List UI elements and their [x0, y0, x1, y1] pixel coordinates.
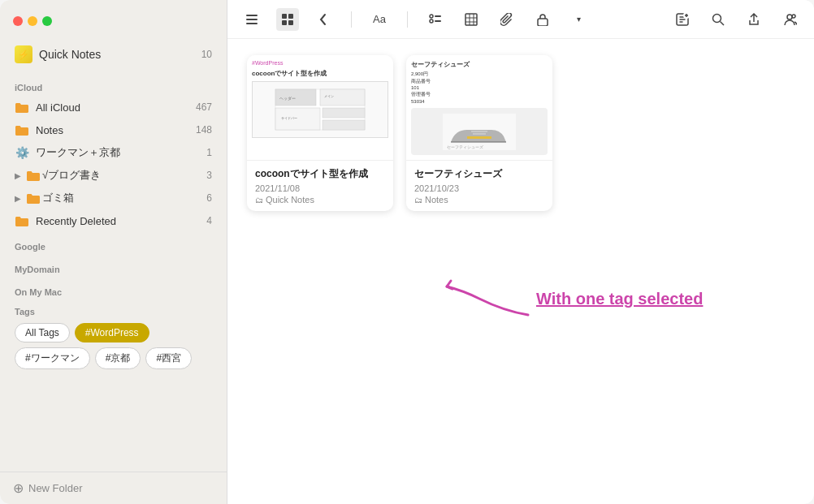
svg-point-9 [430, 19, 433, 23]
svg-rect-35 [467, 136, 491, 139]
annotation-text: With one tag selected [536, 290, 703, 308]
sidebar-item-trash[interactable]: ▶ ゴミ箱 6 [6, 187, 220, 209]
traffic-lights [13, 16, 52, 26]
notes-area: #WordPress cocoonでサイト型を作成 ヘ [227, 39, 814, 504]
svg-rect-0 [246, 15, 258, 16]
note-title-cocoon: cocoonでサイト型を作成 [255, 167, 385, 181]
sidebar-item-recently-deleted[interactable]: Recently Deleted 4 [6, 209, 220, 232]
workman-label: ワークマン＋京都 [36, 145, 120, 160]
sidebar-item-notes[interactable]: Notes 148 [6, 118, 220, 141]
new-note-button[interactable] [671, 8, 694, 31]
google-section-header: Google [6, 232, 220, 255]
grid-view-button[interactable] [276, 8, 299, 31]
tag-kyoto[interactable]: #京都 [95, 347, 141, 369]
tag-all-tags[interactable]: All Tags [15, 323, 70, 342]
lock-button[interactable] [531, 8, 554, 31]
checklist-button[interactable] [424, 8, 447, 31]
svg-rect-1 [246, 19, 258, 20]
all-icloud-label: All iCloud [36, 101, 80, 114]
close-button[interactable] [13, 16, 23, 26]
chevron-right-icon: ▶ [15, 171, 21, 180]
svg-rect-6 [288, 20, 293, 25]
svg-rect-2 [246, 23, 258, 24]
quick-notes-count: 10 [201, 49, 212, 60]
svg-point-24 [792, 15, 795, 18]
tag-wordpress[interactable]: #WordPress [75, 323, 149, 342]
folder-icon-trash [26, 191, 41, 205]
blog-count: 3 [206, 170, 212, 181]
lock-dropdown-button[interactable]: ▾ [567, 8, 590, 31]
search-button[interactable] [707, 8, 730, 31]
people-button[interactable] [778, 8, 801, 31]
gear-icon-workman: ⚙️ [15, 145, 29, 160]
svg-rect-30 [323, 120, 365, 130]
tag-workman[interactable]: #ワークマン [15, 347, 90, 369]
sidebar-content: ⚡ Quick Notes 10 iCloud All iCloud 467 [0, 39, 227, 472]
svg-point-21 [713, 14, 721, 22]
sidebar-item-all-icloud[interactable]: All iCloud 467 [6, 96, 220, 118]
svg-text:メイン: メイン [324, 94, 334, 98]
all-icloud-count: 467 [196, 101, 212, 113]
svg-text:サイドバー: サイドバー [281, 116, 297, 120]
quick-notes-icon: ⚡ [15, 45, 32, 63]
note-folder-name-shoes: Notes [425, 195, 448, 205]
attachment-button[interactable] [496, 8, 518, 31]
svg-line-22 [721, 21, 725, 25]
mydomain-section-header: MyDomain [6, 255, 220, 278]
svg-rect-10 [435, 20, 441, 22]
tags-row-2: #ワークマン #京都 #西宮 [15, 347, 212, 369]
folder-icon [15, 100, 29, 114]
sidebar: ⚡ Quick Notes 10 iCloud All iCloud 467 [0, 0, 227, 504]
table-button[interactable] [460, 8, 483, 31]
quick-notes-label: Quick Notes [39, 48, 101, 61]
svg-text:ヘッダー: ヘッダー [279, 96, 296, 101]
recently-deleted-label: Recently Deleted [36, 215, 116, 227]
list-view-button[interactable] [240, 8, 263, 31]
workman-count: 1 [206, 147, 212, 158]
svg-rect-16 [538, 19, 548, 26]
window-controls [0, 0, 227, 39]
tag-nishinomiya[interactable]: #西宮 [145, 347, 192, 369]
chevron-right-icon-2: ▶ [15, 194, 21, 203]
new-folder-button[interactable]: ⊕ New Folder [0, 472, 227, 504]
note-card-cocoon[interactable]: #WordPress cocoonでサイト型を作成 ヘ [247, 55, 393, 211]
back-button[interactable] [312, 8, 335, 31]
tags-section-header: Tags [15, 307, 212, 317]
share-button[interactable] [743, 8, 765, 31]
toolbar-separator-1 [351, 11, 352, 28]
folder-icon-small-2: 🗂 [414, 196, 422, 205]
svg-rect-5 [282, 20, 287, 25]
svg-rect-3 [282, 14, 287, 19]
note-info-cocoon: cocoonでサイト型を作成 2021/11/08 🗂 Quick Notes [247, 161, 393, 211]
svg-text:セーフティシューズ: セーフティシューズ [447, 144, 484, 149]
main-content: Aa [227, 0, 814, 504]
font-button[interactable]: Aa [368, 8, 391, 31]
tags-row-1: All Tags #WordPress [15, 323, 212, 342]
note-title-shoes: セーフティシューズ [414, 167, 544, 181]
blog-label: √ブログ書き [42, 168, 101, 183]
folder-icon-notes [15, 123, 29, 137]
svg-rect-4 [288, 14, 293, 19]
folder-icon-blog [26, 168, 41, 183]
plus-icon: ⊕ [13, 480, 24, 496]
notes-grid: #WordPress cocoonでサイト型を作成 ヘ [227, 39, 814, 227]
folder-icon-deleted [15, 213, 29, 228]
icloud-section-header: iCloud [6, 73, 220, 96]
svg-rect-8 [435, 15, 441, 17]
svg-point-7 [430, 15, 433, 18]
trash-label: ゴミ箱 [42, 191, 74, 205]
tags-section: Tags All Tags #WordPress #ワークマン #京都 #西宮 [6, 300, 220, 384]
note-date-shoes: 2021/10/23 [414, 183, 544, 193]
note-folder-cocoon: 🗂 Quick Notes [255, 195, 385, 205]
sidebar-item-blog[interactable]: ▶ √ブログ書き 3 [6, 164, 220, 187]
sidebar-item-quick-notes[interactable]: ⚡ Quick Notes 10 [6, 39, 220, 70]
note-folder-shoes: 🗂 Notes [414, 195, 544, 205]
note-card-shoes[interactable]: セーフティシューズ 2,900円 商品番号 101 管理番号 53034 [406, 55, 552, 211]
note-date-cocoon: 2021/11/08 [255, 183, 385, 193]
fullscreen-button[interactable] [42, 16, 52, 26]
minimize-button[interactable] [28, 16, 37, 26]
sidebar-item-workman[interactable]: ⚙️ ワークマン＋京都 1 [6, 141, 220, 164]
toolbar-separator-2 [407, 11, 408, 28]
toolbar: Aa [227, 0, 814, 39]
note-thumbnail-cocoon: #WordPress cocoonでサイト型を作成 ヘ [247, 55, 393, 161]
